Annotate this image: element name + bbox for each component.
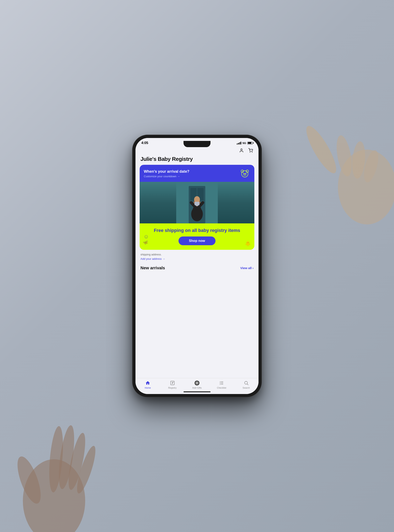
tab-search-label: Search <box>243 387 250 389</box>
duck-decoration: 🐥 <box>245 241 251 247</box>
father-child-figure <box>176 182 218 223</box>
butterfly-decoration: 🦋 <box>143 239 149 245</box>
tab-add-gifts[interactable]: Add Gifts <box>191 380 203 389</box>
smile-decoration: ☺ <box>143 233 149 240</box>
arrival-title: When's your arrival date? <box>144 169 189 174</box>
add-gifts-icon <box>194 380 200 386</box>
checklist-icon <box>219 380 224 386</box>
tab-checklist-label: Checklist <box>217 387 226 389</box>
tab-home-label: Home <box>145 387 151 389</box>
svg-point-1 <box>250 152 250 152</box>
address-section: shipping address. Add your address → <box>135 250 259 263</box>
new-arrivals-header: New arrivals View all › <box>135 263 259 273</box>
chevron-right-icon: › <box>253 266 254 270</box>
tab-checklist[interactable]: Checklist <box>215 380 228 389</box>
svg-point-6 <box>243 173 244 174</box>
promo-section: ☺ 🦋 Free shipping on all baby registry i… <box>140 223 254 250</box>
view-all-link[interactable]: View all › <box>240 266 254 270</box>
arrival-text-group: When's your arrival date? Customize your… <box>144 169 189 178</box>
notch <box>183 141 211 147</box>
new-arrivals-title: New arrivals <box>140 266 165 270</box>
arrival-subtitle: Customize your countdown → <box>144 175 189 178</box>
svg-point-29 <box>245 381 248 384</box>
address-body: shipping address. <box>140 253 254 256</box>
tab-add-gifts-label: Add Gifts <box>192 387 202 389</box>
shop-now-button[interactable]: Shop now <box>178 237 216 245</box>
arrival-date-section[interactable]: When's your arrival date? Customize your… <box>140 165 254 182</box>
banner-card: When's your arrival date? Customize your… <box>140 165 254 250</box>
scroll-content: When's your arrival date? Customize your… <box>135 165 259 378</box>
network-label: 5G <box>243 141 246 145</box>
svg-point-7 <box>245 173 246 174</box>
svg-line-21 <box>199 206 200 209</box>
svg-point-9 <box>244 174 245 175</box>
status-time: 4:05 <box>141 141 148 145</box>
promo-title: Free shipping on all baby registry items <box>154 227 240 234</box>
svg-point-2 <box>252 152 252 152</box>
tab-home[interactable]: Home <box>141 380 154 389</box>
profile-icon[interactable] <box>238 148 244 153</box>
photo-placeholder <box>140 182 254 223</box>
home-icon <box>145 380 150 386</box>
top-actions <box>135 147 259 155</box>
phone-device: 4:05 5G <box>133 135 261 397</box>
bear-icon <box>239 168 250 179</box>
photo-section <box>140 182 254 223</box>
view-all-label: View all <box>240 266 252 270</box>
status-icons: 5G <box>237 141 253 145</box>
cart-icon[interactable] <box>248 148 254 153</box>
add-address-link[interactable]: Add your address → <box>140 257 165 260</box>
svg-line-20 <box>194 206 195 209</box>
page-title: Julie's Baby Registry <box>135 155 259 165</box>
tab-registry[interactable]: Registry <box>166 380 179 389</box>
home-indicator <box>183 391 211 392</box>
signal-icon <box>237 142 241 145</box>
svg-point-0 <box>241 149 242 150</box>
battery-icon <box>247 142 253 145</box>
phone-screen: 4:05 5G <box>135 138 259 394</box>
tab-search[interactable]: Search <box>240 380 253 389</box>
registry-icon <box>170 380 175 386</box>
tab-registry-label: Registry <box>168 387 176 389</box>
search-icon <box>244 380 249 386</box>
svg-line-30 <box>247 384 248 385</box>
